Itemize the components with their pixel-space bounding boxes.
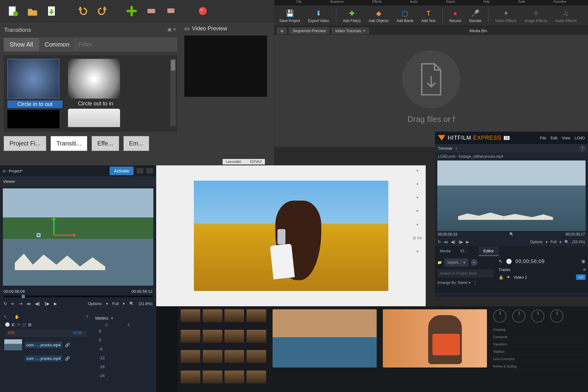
- clip-chip[interactable]: LO: [576, 274, 586, 280]
- image-effects-button[interactable]: ✧Image Effects: [522, 7, 550, 25]
- play-icon[interactable]: ▶: [54, 301, 57, 306]
- zoom-icon[interactable]: 🔍: [509, 232, 514, 236]
- thumb[interactable]: [224, 371, 244, 383]
- tracks-menu-icon[interactable]: ≡: [583, 267, 586, 272]
- tab-w[interactable]: w: [277, 27, 287, 34]
- filmstrip-icon[interactable]: [144, 4, 159, 18]
- zoom-icon[interactable]: 🔍: [129, 301, 134, 306]
- color-wheel[interactable]: [531, 309, 545, 323]
- zoom-icon[interactable]: 🔍: [564, 240, 569, 244]
- options-dropdown[interactable]: Options: [530, 240, 542, 244]
- tab-show-all[interactable]: Show All: [4, 38, 39, 51]
- chevron-down-icon[interactable]: ▾: [560, 240, 561, 244]
- tab-project-files[interactable]: Project Fi...: [4, 136, 46, 151]
- options-dropdown[interactable]: Options: [88, 301, 102, 306]
- add-text-button[interactable]: TAdd Text: [418, 7, 439, 25]
- save-file-icon[interactable]: [45, 4, 59, 18]
- tool-icon[interactable]: ▦: [28, 322, 32, 327]
- audio-effects-button[interactable]: ♫Audio Effects: [552, 7, 580, 25]
- thumb[interactable]: [203, 309, 222, 322]
- add-objects-button[interactable]: ◆Add Objects: [366, 7, 392, 25]
- pane-controls[interactable]: ▣ ✕: [168, 27, 176, 33]
- x-axis-handle[interactable]: [54, 235, 75, 236]
- step-back-icon[interactable]: ◀∥: [451, 240, 455, 244]
- transitions-scrollbar[interactable]: [170, 59, 176, 126]
- thumb[interactable]: [181, 371, 200, 383]
- color-wheel[interactable]: [512, 309, 526, 323]
- pointer-icon[interactable]: ↖: [4, 315, 7, 319]
- close-icon[interactable]: ×: [111, 316, 113, 321]
- dropdown-handle[interactable]: ▾: [417, 195, 418, 200]
- loop-icon[interactable]: ↻: [438, 240, 441, 244]
- prev-frame-icon[interactable]: ⏮: [444, 240, 448, 244]
- thumb[interactable]: [181, 330, 200, 343]
- inspector-row[interactable]: Lens Correction: [493, 356, 585, 362]
- menu-edit[interactable]: Edit: [551, 136, 557, 140]
- menu-item[interactable]: Clip: [296, 0, 301, 6]
- cursor-icon[interactable]: ↖: [499, 258, 503, 264]
- help-icon[interactable]: ?: [86, 315, 88, 319]
- dropdown-handle[interactable]: ▾: [417, 209, 418, 213]
- inspector-row[interactable]: Retime & Scaling: [493, 364, 585, 369]
- close-icon[interactable]: ×: [455, 146, 458, 151]
- thumb[interactable]: [203, 330, 222, 343]
- transition-item[interactable]: Circle out to in: [68, 59, 123, 128]
- media-search[interactable]: Search in Project Medi: [437, 270, 494, 277]
- dropdown-handle[interactable]: ▾: [417, 182, 418, 186]
- inspector-row[interactable]: Transform: [493, 342, 585, 347]
- tab-sequence-preview[interactable]: Sequence Preview: [289, 27, 329, 34]
- prev-icon[interactable]: ⏮: [27, 301, 31, 306]
- media-bin-dropzone[interactable]: Drag files or f: [274, 35, 588, 139]
- record-button[interactable]: ●Record: [446, 7, 464, 25]
- eye-icon[interactable]: 👁: [507, 275, 511, 280]
- arrange-by[interactable]: Arrange By: Name ▾ ⋮: [437, 281, 494, 285]
- timeline-ruler[interactable]: 0;00 00:05: [5, 330, 87, 337]
- step-fwd-icon[interactable]: ∥▶: [458, 240, 463, 244]
- transitions-filter[interactable]: [75, 38, 177, 51]
- chevron-down-icon[interactable]: ▾: [106, 301, 108, 306]
- inspector-row[interactable]: Stabilize: [493, 349, 585, 355]
- open-file-icon[interactable]: [25, 4, 40, 18]
- color-wheel[interactable]: [493, 309, 507, 323]
- inspector-row[interactable]: Cropping: [493, 327, 585, 333]
- hand-icon[interactable]: ✋: [14, 315, 19, 319]
- in-point-icon[interactable]: ⇤: [11, 301, 15, 306]
- maximize-icon[interactable]: [146, 168, 153, 174]
- help-icon[interactable]: ?: [580, 146, 585, 151]
- narrate-button[interactable]: 🎤Narrate: [466, 7, 484, 25]
- out-point-icon[interactable]: ⇥: [19, 301, 22, 306]
- menu-item[interactable]: Help: [483, 0, 490, 6]
- link-icon[interactable]: 🔗: [65, 356, 70, 361]
- y-axis-handle[interactable]: [53, 218, 55, 235]
- quality-dropdown[interactable]: Full: [112, 301, 119, 306]
- dropdown-handle[interactable]: ▾: [417, 168, 418, 173]
- tool-icon[interactable]: ◫: [22, 322, 26, 327]
- quality-dropdown[interactable]: Full: [551, 240, 556, 244]
- new-file-icon[interactable]: [6, 4, 20, 18]
- step-back-icon[interactable]: ◀∥: [35, 301, 40, 306]
- tool-icon[interactable]: ◧: [12, 322, 15, 327]
- inspector-row[interactable]: Composite: [493, 334, 585, 340]
- play-icon[interactable]: ▶: [466, 240, 469, 244]
- add-icon[interactable]: [124, 4, 139, 18]
- menu-item[interactable]: Sequence: [330, 0, 344, 6]
- color-wheel[interactable]: [550, 309, 564, 323]
- thumb[interactable]: [224, 330, 244, 343]
- tab-common[interactable]: Common: [39, 38, 75, 51]
- menu-item[interactable]: Suite: [518, 0, 525, 6]
- thumb[interactable]: [247, 371, 266, 383]
- thumb[interactable]: [247, 350, 266, 363]
- track-name[interactable]: Video 1: [514, 275, 527, 280]
- thumb[interactable]: [247, 330, 266, 343]
- tab-emoji[interactable]: Em...: [123, 136, 149, 151]
- tab-transitions[interactable]: Transiti...: [51, 136, 87, 151]
- editor-timecode[interactable]: 00;00;56;09: [515, 259, 545, 264]
- record-icon[interactable]: [195, 4, 210, 18]
- transition-item[interactable]: Circle in to out: [7, 59, 62, 128]
- slider-handle[interactable]: ⊟: [413, 236, 416, 240]
- scrub-bar[interactable]: [4, 296, 153, 297]
- minimize-icon[interactable]: [137, 168, 143, 174]
- program-image[interactable]: [383, 309, 487, 368]
- thumb[interactable]: [203, 371, 222, 383]
- menu-item[interactable]: Effects: [372, 0, 381, 6]
